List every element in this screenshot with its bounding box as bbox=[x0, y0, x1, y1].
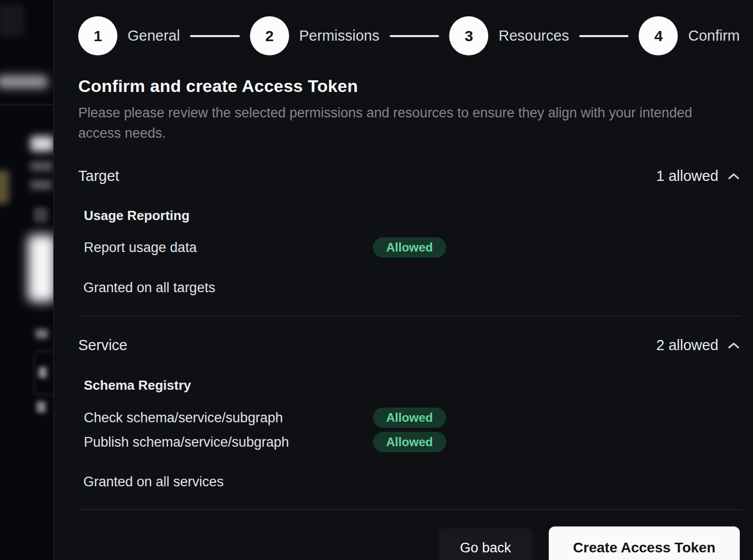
blurred-text-line bbox=[30, 180, 52, 190]
blurred-backdrop bbox=[0, 0, 54, 560]
blurred-white-button bbox=[28, 235, 55, 302]
step-connector bbox=[190, 35, 240, 37]
service-section-toggle[interactable]: 2 allowed bbox=[656, 337, 740, 354]
status-badge: Allowed bbox=[373, 237, 446, 258]
screen: 1 General 2 Permissions 3 Resources 4 Co… bbox=[0, 0, 753, 560]
step-resources[interactable]: 3 Resources bbox=[449, 16, 569, 55]
target-section-toggle[interactable]: 1 allowed bbox=[656, 168, 740, 184]
chevron-up-icon[interactable] bbox=[728, 341, 740, 350]
permission-label: Check schema/service/subgraph bbox=[84, 410, 373, 426]
blurred-text-line bbox=[30, 162, 53, 171]
step-number-circle: 2 bbox=[250, 16, 289, 55]
section-title: Target bbox=[78, 168, 119, 184]
service-section-body: Schema Registry Check schema/service/sub… bbox=[78, 378, 740, 452]
step-connector bbox=[579, 35, 629, 37]
wizard-stepper: 1 General 2 Permissions 3 Resources 4 Co… bbox=[78, 16, 740, 55]
page-description: Please please review the selected permis… bbox=[78, 103, 703, 143]
footer-divider bbox=[78, 509, 742, 510]
granted-note: Granted on all targets bbox=[78, 280, 740, 296]
step-label: Permissions bbox=[299, 27, 380, 44]
service-section-header: Service 2 allowed bbox=[78, 337, 740, 354]
granted-note: Granted on all services bbox=[78, 474, 740, 490]
blurred-accent-block bbox=[0, 170, 9, 204]
blurred-nav-item bbox=[0, 75, 48, 88]
step-label: General bbox=[128, 27, 180, 44]
status-badge: Allowed bbox=[373, 432, 446, 452]
blurred-logo bbox=[0, 4, 24, 37]
step-label: Resources bbox=[498, 27, 569, 44]
blurred-label bbox=[39, 367, 47, 378]
permission-list: Check schema/service/subgraph Allowed Pu… bbox=[84, 408, 740, 452]
permission-label: Report usage data bbox=[84, 240, 373, 256]
step-permissions[interactable]: 2 Permissions bbox=[250, 16, 380, 55]
step-confirm[interactable]: 4 Confirm bbox=[639, 16, 740, 55]
step-connector bbox=[390, 35, 440, 37]
step-number-circle: 4 bbox=[639, 16, 678, 55]
step-label: Confirm bbox=[688, 27, 740, 44]
blurred-label bbox=[37, 401, 46, 413]
blurred-heading bbox=[30, 136, 54, 151]
permission-group-name: Schema Registry bbox=[84, 378, 740, 393]
step-number-circle: 3 bbox=[449, 16, 488, 55]
blurred-icon-box bbox=[34, 207, 48, 223]
permission-list: Report usage data Allowed bbox=[84, 237, 740, 258]
page-title: Confirm and create Access Token bbox=[78, 76, 740, 96]
status-badge: Allowed bbox=[373, 408, 446, 428]
permission-group-name: Usage Reporting bbox=[84, 208, 740, 224]
footer-actions: Go back Create Access Token bbox=[78, 526, 740, 560]
go-back-button[interactable]: Go back bbox=[438, 528, 532, 560]
section-title: Service bbox=[78, 337, 128, 354]
step-general[interactable]: 1 General bbox=[78, 16, 180, 55]
blurred-divider bbox=[0, 104, 54, 105]
target-section-body: Usage Reporting Report usage data Allowe… bbox=[78, 208, 740, 258]
allowed-count: 2 allowed bbox=[656, 337, 718, 354]
create-access-token-modal: 1 General 2 Permissions 3 Resources 4 Co… bbox=[53, 0, 753, 560]
blurred-label bbox=[36, 329, 48, 338]
allowed-count: 1 allowed bbox=[656, 168, 718, 184]
chevron-up-icon[interactable] bbox=[728, 172, 740, 180]
target-section-header: Target 1 allowed bbox=[78, 168, 740, 184]
step-number-circle: 1 bbox=[78, 16, 117, 55]
permission-label: Publish schema/service/subgraph bbox=[84, 434, 373, 450]
section-divider bbox=[78, 316, 742, 316]
create-access-token-button[interactable]: Create Access Token bbox=[549, 526, 740, 560]
